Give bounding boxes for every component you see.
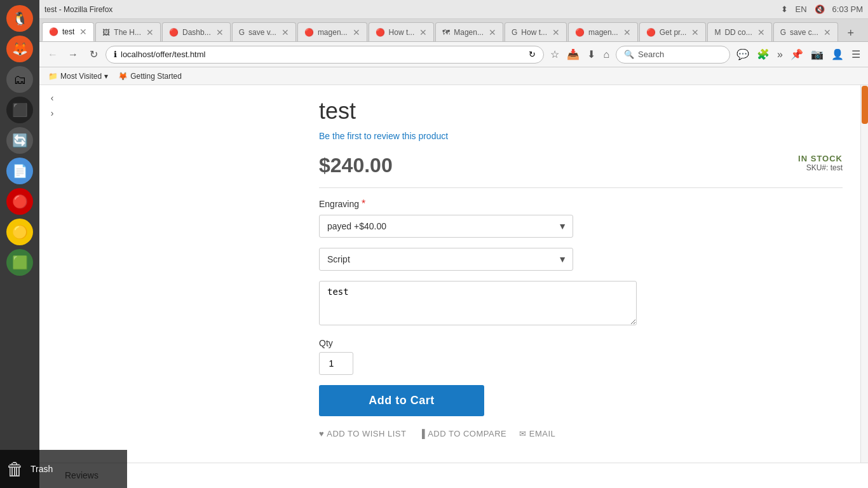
tab-magen1[interactable]: 🔴 magen... ✕ [297,22,367,41]
tab-ddco[interactable]: M DD co... ✕ [707,22,771,41]
script-select[interactable]: Script [319,248,573,271]
tab-title-11: DD co... [724,28,752,37]
tab-magen3[interactable]: 🔴 magen... ✕ [568,22,638,41]
script-select-wrapper: Script ▼ [319,248,573,271]
screenshot-icon[interactable]: 📷 [808,47,826,62]
pin-icon[interactable]: 📌 [788,47,806,62]
tab-title-7: Magen... [454,28,484,37]
refresh-button[interactable]: ↻ [85,46,102,63]
add-to-wishlist-link[interactable]: ♥ ADD TO WISH LIST [319,429,406,438]
sidebar-nav: ‹ › [46,92,58,119]
tab-magen2[interactable]: 🗺 Magen... ✕ [435,22,503,41]
tab-close-1[interactable]: ✕ [79,27,87,37]
updates-icon[interactable]: 🔄 [6,127,33,154]
firefox-icon[interactable]: 🦊 [6,36,33,62]
qty-section: Qty [319,338,843,375]
bookmark-getting-started[interactable]: 🦊 Getting Started [114,71,186,82]
title-bar-left: test - Mozilla Firefox [44,5,112,14]
tab-close-7[interactable]: ✕ [489,27,496,37]
nav-arrow-right[interactable]: › [46,107,58,119]
tab-dashb[interactable]: 🔴 Dashb... ✕ [162,22,231,41]
product-price: $240.00 [319,154,393,177]
tab-the-h[interactable]: 🖼 The H... ✕ [95,22,161,41]
sku-info: SKU#: test [798,163,843,172]
tab-title-6: How t... [389,28,415,37]
nav-arrow-left[interactable]: ‹ [46,92,58,104]
tab-howt2[interactable]: G How t... ✕ [505,22,567,41]
tab-close-10[interactable]: ✕ [691,27,699,37]
tab-close-8[interactable]: ✕ [552,27,560,37]
tab-favicon-8: G [512,28,517,37]
forward-button[interactable]: → [65,46,81,63]
tab-favicon-1: 🔴 [49,27,58,36]
email-link[interactable]: ✉ EMAIL [519,429,555,438]
engraving-text-input[interactable]: test [319,281,637,325]
tab-test[interactable]: 🔴 test ✕ [42,22,94,41]
add-to-cart-button[interactable]: Add to Cart [319,385,484,416]
engraving-label: Engraving * [319,198,843,210]
trash-label: Trash [31,464,53,474]
review-link[interactable]: Be the first to review this product [319,131,843,141]
tab-close-9[interactable]: ✕ [623,27,631,37]
action-links: ♥ ADD TO WISH LIST ▐ ADD TO COMPARE ✉ EM… [319,429,843,438]
tab-howt1[interactable]: 🔴 How t... ✕ [369,22,435,41]
extensions-icon[interactable]: 🧩 [754,47,772,62]
most-visited-label: Most Visited [60,72,102,81]
tab-getpr[interactable]: 🔴 Get pr... ✕ [639,22,707,41]
sku-value: test [831,163,843,172]
scrollbar-track[interactable] [860,85,868,463]
url-bar[interactable]: ℹ localhost/offer/test.html ↻ [105,46,544,64]
app-icon-red[interactable]: 🔴 [6,188,33,215]
notification-icon[interactable]: 💬 [734,47,752,62]
tab-close-12[interactable]: ✕ [824,27,831,37]
new-tab-button[interactable]: + [842,25,860,41]
ubuntu-icon[interactable]: 🐧 [6,5,33,32]
getting-started-label: Getting Started [130,72,182,81]
app-icon-yellow[interactable]: 🟡 [6,219,33,245]
tab-title-8: How t... [521,28,547,37]
back-button[interactable]: ← [44,46,61,63]
search-icon: 🔍 [624,50,634,59]
app-icon-green[interactable]: 🟩 [6,249,33,276]
add-to-compare-link[interactable]: ▐ ADD TO COMPARE [419,429,506,438]
compare-icon: ▐ [419,429,425,438]
tab-close-2[interactable]: ✕ [146,27,154,37]
tab-title-12: save c... [790,28,818,37]
heart-icon: ♥ [319,429,324,438]
user-icon[interactable]: 👤 [829,47,846,62]
title-bar-right: ⬍ EN 🔇 6:03 PM [781,4,863,14]
tab-title-5: magen... [318,28,348,37]
tab-favicon-6: 🔴 [376,28,385,37]
tab-close-11[interactable]: ✕ [757,27,765,37]
tab-close-3[interactable]: ✕ [216,27,224,37]
getting-started-favicon: 🦊 [118,72,128,81]
engraving-select[interactable]: payed +$40.00 [319,215,573,238]
tab-save-v[interactable]: G save v... ✕ [232,22,296,41]
clock: 6:03 PM [832,4,863,14]
overflow-icon[interactable]: » [775,48,785,62]
stock-info: IN STOCK SKU#: test [798,154,843,172]
tab-close-5[interactable]: ✕ [353,27,360,37]
engraving-select-wrapper: payed +$40.00 ▼ [319,215,573,238]
qty-input[interactable] [319,352,353,375]
most-visited-arrow: ▾ [104,72,108,81]
tab-title-10: Get pr... [660,28,687,37]
tab-close-6[interactable]: ✕ [419,27,427,37]
files-icon[interactable]: 🗂 [6,66,33,93]
home-icon[interactable]: ⌂ [600,48,612,62]
terminal-icon[interactable]: ⬛ [6,97,33,123]
tab-savec[interactable]: G save c... ✕ [773,22,838,41]
sku-label: SKU#: [806,163,829,172]
download-icon[interactable]: ⬇ [585,47,598,62]
hamburger-menu-icon[interactable]: ☰ [849,47,863,62]
bookmark-most-visited[interactable]: 📁 Most Visited ▾ [44,71,112,82]
search-bar[interactable]: 🔍 Search [616,46,730,64]
trash-area[interactable]: 🗑 Trash [0,450,127,488]
bookmark-star-icon[interactable]: ☆ [548,47,562,62]
tab-close-4[interactable]: ✕ [281,27,289,37]
scrollbar-thumb[interactable] [862,86,868,124]
price-divider [319,187,843,188]
page-tabs: Reviews [39,463,868,488]
libreoffice-icon[interactable]: 📄 [6,158,33,184]
pocket-icon[interactable]: 📥 [564,47,582,62]
